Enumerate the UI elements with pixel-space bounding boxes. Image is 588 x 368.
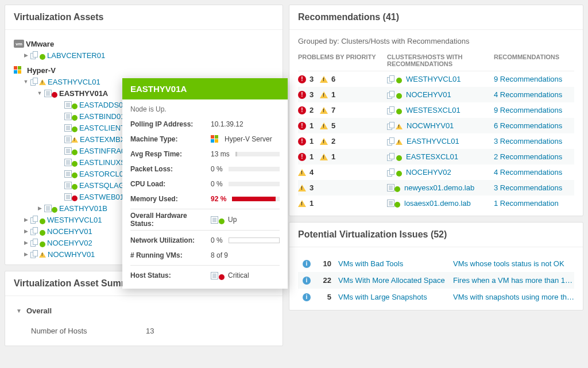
recommendation-link[interactable]: 9 Recommendations [494,75,562,83]
host-tooltip: EASTHYV01A Node is Up. Polling IP Addres… [122,78,288,289]
warning-count: 2 [331,137,338,145]
recommendation-link[interactable]: 3 Recommendations [494,183,562,192]
recommendation-row[interactable]: 1losaesx01.demo.lab1 Recommendation [298,195,574,211]
status-warn-icon [396,124,403,129]
recommendation-link[interactable]: 3 Recommendations [494,137,562,145]
collapse-icon[interactable]: ▼ [37,90,42,96]
issue-count: 10 [315,259,338,268]
cluster-icon [387,137,396,145]
issue-link[interactable]: VMs with Bad Tools [338,259,403,268]
host-link[interactable]: newyesx01.demo.lab [404,183,474,192]
critical-icon: ! [298,137,306,145]
status-up-icon [394,202,400,208]
assets-title: Virtualization Assets [5,5,283,30]
status-up-icon [72,184,78,190]
host-link[interactable]: WESTHYVCL01 [406,75,461,83]
recommendation-link[interactable]: 6 Recommendations [494,121,562,130]
issues-title: Potential Virtualization Issues (52) [289,223,583,247]
issue-desc[interactable]: VMs with snapshots using more th… [453,293,574,301]
cluster-icon [30,78,40,86]
recommendation-link[interactable]: 4 Recommendations [494,90,562,99]
expand-icon[interactable]: ▶ [37,205,42,211]
vm-icon [64,113,72,120]
recommendation-link[interactable]: 9 Recommendations [494,106,562,114]
recommendation-link[interactable]: 1 Recommendation [494,199,559,208]
tooltip-type: Hyper-V Server [211,135,280,143]
issue-link[interactable]: VMs With More Allocated Space [338,276,445,285]
critical-icon: ! [298,106,306,114]
issues-panel: Potential Virtualization Issues (52) i10… [289,222,583,310]
collapse-icon[interactable]: ▼ [16,308,22,314]
tooltip-title: EASTHYV01A [122,78,288,99]
expand-icon[interactable]: ▶ [23,240,29,246]
cluster-icon [30,239,40,247]
status-up-icon [52,207,57,213]
host-link[interactable]: EASTESXCL01 [406,152,458,161]
host-link[interactable]: NOCEHYV01 [406,90,451,99]
status-up-icon [72,161,78,167]
recommendation-row[interactable]: !12EASTHYVCL013 Recommendations [298,133,574,149]
vm-icon [64,193,72,201]
status-up-icon [394,186,400,192]
status-up-icon [396,93,402,99]
tooltip-resp: 13 ms [211,150,280,158]
hyperv-root[interactable]: Hyper-V [14,64,274,76]
vmware-child[interactable]: ▶ LABVCENTER01 [14,49,274,61]
issue-desc[interactable]: VMs whose tools status is not OK [453,259,564,268]
warning-icon [320,138,328,145]
recommendation-row[interactable]: 4NOCEHYV024 Recommendations [298,164,574,180]
host-link[interactable]: NOCWHYV01 [407,121,454,130]
expand-icon[interactable]: ▶ [23,52,29,58]
issue-row[interactable]: i10VMs with Bad ToolsVMs whose tools sta… [298,255,574,272]
status-up-icon [72,172,78,178]
recommendations-header: PROBLEMS BY PRIORITYCLUSTERS/HOSTS WITH … [298,50,574,71]
warning-count: 7 [331,106,338,114]
issue-link[interactable]: VMs with Large Snapshots [338,293,427,301]
critical-count: 3 [310,75,316,83]
tooltip-ip: 10.1.39.12 [211,120,280,128]
warning-count: 1 [331,152,338,161]
summary-overall[interactable]: ▼ Overall [14,301,274,321]
tooltip-hw: Up [211,216,280,224]
expand-icon[interactable]: ▶ [23,228,29,234]
vm-icon [64,101,72,109]
recommendation-row[interactable]: !15NOCWHYV016 Recommendations [298,118,574,133]
recommendation-row[interactable]: !36WESTHYVCL019 Recommendations [298,71,574,87]
recommendation-link[interactable]: 4 Recommendations [494,168,562,177]
host-link[interactable]: losaesx01.demo.lab [404,199,471,208]
expand-icon[interactable]: ▶ [23,251,29,257]
host-link[interactable]: EASTHYVCL01 [407,137,459,145]
host-link[interactable]: NOCEHYV02 [406,168,451,177]
recommendation-row[interactable]: !31NOCEHYV014 Recommendations [298,87,574,102]
issue-desc[interactable]: Fires when a VM has more than 1… [453,276,572,285]
status-up-icon [72,150,78,155]
status-warn-icon [39,252,46,258]
cluster-icon [30,227,40,235]
critical-count: 2 [310,106,316,114]
issue-row[interactable]: i22VMs With More Allocated SpaceFires wh… [298,272,574,289]
warning-count: 3 [310,183,316,192]
issue-row[interactable]: i5VMs with Large SnapshotsVMs with snaps… [298,289,574,305]
hyperv-icon [14,66,22,74]
status-warn-icon [39,79,46,85]
issue-count: 22 [315,276,338,285]
tooltip-status: Node is Up. [130,105,280,113]
recommendation-row[interactable]: !27WESTESXCL019 Recommendations [298,102,574,118]
critical-icon: ! [298,122,306,130]
vm-icon [64,170,72,178]
critical-count: 1 [310,137,316,145]
expand-icon[interactable]: ▶ [23,217,29,223]
tooltip-cpu: 0 % [211,180,280,188]
vmware-root[interactable]: vm VMware [14,38,274,49]
cluster-icon [387,75,396,83]
recommendation-link[interactable]: 2 Recommendations [494,152,562,161]
vm-icon [64,147,72,155]
host-link[interactable]: WESTESXCL01 [406,106,461,114]
warning-icon [320,76,328,83]
status-up-icon [219,218,225,224]
collapse-icon[interactable]: ▼ [23,79,29,85]
tooltip-loss: 0 % [211,165,280,173]
recommendation-row[interactable]: 3newyesx01.demo.lab3 Recommendations [298,180,574,195]
recommendation-row[interactable]: !11EASTESXCL012 Recommendations [298,149,574,164]
status-critical-icon [52,92,57,98]
